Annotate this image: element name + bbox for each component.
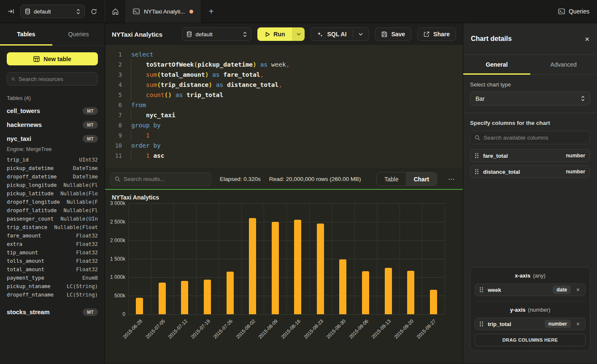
table-row[interactable]: hackernewsMT [7, 118, 98, 132]
column-type: Float32 [76, 257, 98, 265]
available-column-chip[interactable]: fare_totalnumber [470, 149, 590, 162]
chart-bar[interactable] [204, 280, 211, 314]
column-type: Nullable(Fl [64, 181, 98, 189]
toggle-chart[interactable]: Chart [406, 173, 437, 186]
column-row: tip_amountFloat32 [7, 248, 98, 257]
chart-bar[interactable] [294, 220, 301, 314]
chart-details-tab-general[interactable]: General [463, 55, 530, 74]
sidebar-search-input[interactable] [19, 76, 93, 82]
column-chip-type: number [566, 169, 585, 175]
table-name: cell_towers [7, 108, 40, 114]
chart-bar[interactable] [159, 283, 166, 314]
line-number: 3 [105, 70, 122, 80]
share-button[interactable]: Share [417, 27, 456, 41]
columns-search-input[interactable] [484, 135, 586, 141]
column-row: pickup_datetimeDateTime [7, 164, 98, 173]
gridline [151, 203, 151, 314]
sql-ai-button[interactable]: SQL AI [311, 27, 369, 41]
column-name: dropoff_longitude [7, 198, 60, 206]
column-type: Nullable(UIn [60, 215, 98, 223]
sidebar-tab-queries[interactable]: Queries [52, 23, 105, 45]
chart-bar[interactable] [385, 268, 392, 314]
close-icon[interactable]: × [585, 35, 589, 43]
run-button[interactable]: Run [257, 27, 292, 41]
chart-bar[interactable] [430, 290, 437, 314]
more-options-icon[interactable]: ⋯ [446, 173, 458, 185]
x-tick-label: 2015-07-05 [145, 318, 166, 340]
chart-bar[interactable] [317, 224, 324, 314]
chart-bar[interactable] [227, 272, 234, 314]
chart-bar[interactable] [181, 281, 188, 314]
results-toolbar: Elapsed: 0.320s Read: 20,000,000 rows (2… [105, 169, 463, 190]
drag-columns-dropzone[interactable]: DRAG COLUMNS HERE [475, 334, 586, 346]
column-type: Nullable(Float [54, 223, 98, 232]
column-name: pickup_longitude [7, 181, 57, 189]
gridline [128, 203, 129, 314]
line-number: 11 [105, 151, 122, 161]
table-row[interactable]: cell_towersMT [7, 104, 98, 118]
drag-handle-icon[interactable] [475, 169, 478, 174]
chart-bar[interactable] [272, 222, 279, 314]
column-row: total_amountFloat32 [7, 265, 98, 274]
home-icon[interactable] [105, 0, 125, 23]
new-tab-button[interactable]: + [201, 0, 222, 23]
save-icon [381, 31, 387, 37]
chart-bar[interactable] [362, 271, 369, 314]
remove-column-icon[interactable]: × [575, 321, 581, 327]
run-options-chevron[interactable] [292, 27, 305, 41]
chart-type-value: Bar [475, 95, 485, 102]
save-button[interactable]: Save [375, 27, 411, 41]
column-name: dropoff_latitude [7, 206, 57, 215]
gridline [173, 203, 174, 314]
queries-button[interactable]: Queries [558, 8, 589, 15]
table-engine: Engine: MergeTree [7, 146, 98, 152]
axis-column-chip[interactable]: weekdate× [475, 283, 586, 296]
chart-title: NYTaxi Analytics [112, 194, 456, 201]
remove-column-icon[interactable]: × [575, 287, 581, 293]
table-row[interactable]: nyc_taxiMT [7, 132, 98, 146]
table-icon [33, 56, 40, 62]
query-database-selector[interactable]: default [182, 27, 251, 41]
column-chip-type: number [566, 153, 585, 159]
engine-badge: MT [83, 135, 98, 143]
drag-handle-icon[interactable] [480, 321, 483, 326]
chart-bar[interactable] [407, 271, 414, 314]
specify-columns-label: Specify columns for the chart [470, 120, 590, 126]
results-search-input[interactable] [124, 176, 207, 182]
new-table-button[interactable]: New table [7, 52, 98, 65]
gridline [332, 203, 332, 314]
table-row[interactable]: stocks_streamMT [7, 305, 98, 319]
gridline [241, 203, 242, 314]
drag-handle-icon[interactable] [475, 153, 478, 158]
drag-handle-icon[interactable] [480, 287, 483, 292]
column-type: DateTime [73, 173, 98, 181]
x-axis-labels: 2015-06-282015-07-052015-07-122015-07-19… [128, 314, 445, 354]
elapsed-time: Elapsed: 0.320s [220, 176, 261, 182]
y-tick-label: 1 000k [110, 274, 125, 280]
tab-nytaxi-analytics[interactable]: NYTaxi Analyti... [125, 0, 201, 23]
chart-bar[interactable] [249, 218, 256, 314]
collapse-sidebar-icon[interactable] [6, 6, 16, 16]
toggle-table[interactable]: Table [377, 173, 406, 186]
available-column-chip[interactable]: distance_totalnumber [470, 165, 590, 178]
bar-chart-plot[interactable]: 3 000k2 500k2 000k1 500k1 000k500k0 [128, 203, 445, 314]
x-tick-label: 2015-09-20 [393, 318, 414, 340]
sidebar-tab-tables[interactable]: Tables [0, 23, 52, 45]
chart-bar[interactable] [339, 259, 346, 314]
code-text: group by [131, 122, 161, 129]
axis-chip-type-badge: date [553, 286, 571, 294]
x-tick-label: 2015-09-27 [416, 318, 437, 340]
gridline [400, 203, 400, 314]
line-number: 5 [105, 90, 122, 100]
column-name: pickup_latitude [7, 189, 54, 198]
refresh-icon[interactable] [89, 7, 99, 16]
sql-editor[interactable]: 1select2 toStartOfWeek(pickup_datetime) … [105, 46, 463, 169]
chart-bar[interactable] [136, 298, 143, 314]
chart-details-tab-advanced[interactable]: Advanced [530, 55, 597, 74]
database-selector[interactable]: default [20, 5, 85, 18]
table-chart-toggle: TableChart [376, 172, 437, 186]
chevron-updown-icon [243, 32, 247, 37]
axis-column-chip[interactable]: trip_totalnumber× [475, 318, 586, 330]
x-tick-label: 2015-07-12 [167, 318, 188, 340]
chart-type-select[interactable]: Bar [470, 92, 590, 105]
